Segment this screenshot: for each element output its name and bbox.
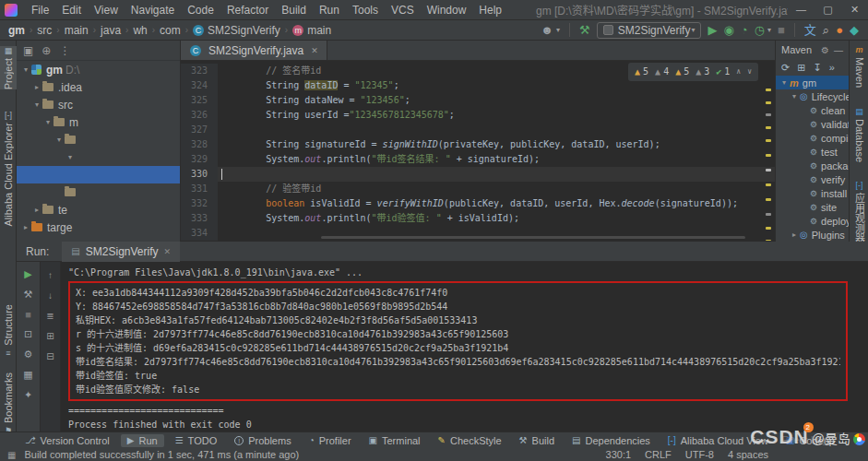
sidebar-tab-alibaba-cloud-explorer[interactable]: [-]Alibaba Cloud Explorer [0, 111, 17, 227]
code-line[interactable]: 329 System.out.println("带id签名结果: " + sig… [181, 152, 775, 167]
maven-tree-row[interactable]: ⚙test [776, 145, 849, 159]
sidebar-tab-database[interactable]: ▤Database [850, 107, 868, 162]
rerun-button[interactable]: ▶ [24, 268, 31, 280]
project-tree-row[interactable]: ▾ [17, 131, 180, 148]
breadcrumb-item-wh[interactable]: wh [132, 24, 148, 37]
inspection-indicator[interactable]: ✔1 [716, 65, 730, 79]
maven-tree-row[interactable]: ⚙deploy [776, 214, 849, 228]
clear-console-button[interactable]: ⊟ [46, 351, 54, 361]
close-tab-icon[interactable]: ✕ [164, 247, 172, 256]
stripe-mark[interactable] [766, 213, 771, 216]
breadcrumb-item-sm2signverify[interactable]: SM2SignVerify [207, 24, 281, 37]
user-avatar-icon[interactable]: ☻ [541, 20, 553, 41]
menu-navigate[interactable]: Navigate [125, 4, 181, 17]
toolwindow-button-dependencies[interactable]: ▤Dependencies [565, 434, 657, 447]
soft-wrap-button[interactable]: ≣ [46, 311, 54, 321]
project-tree-row[interactable]: ▸.idea [17, 78, 180, 96]
breadcrumb-item-main[interactable]: main [306, 24, 332, 37]
menu-window[interactable]: Window [421, 4, 473, 17]
maximize-button[interactable]: ▢ [814, 4, 841, 16]
stop-button[interactable]: ■ [778, 20, 785, 41]
breadcrumb-item-gm[interactable]: gm [7, 24, 26, 37]
yunxiao-icon[interactable]: ● [836, 20, 843, 41]
menu-code[interactable]: Code [181, 4, 220, 17]
inspection-indicator[interactable]: ▲5 [635, 65, 648, 79]
sidebar-tab-maven[interactable]: mMaven [850, 45, 868, 88]
stripe-mark[interactable] [766, 169, 771, 171]
gear-icon[interactable]: ⚙ [821, 45, 829, 55]
menu-build[interactable]: Build [275, 4, 313, 17]
menu-vcs[interactable]: VCS [385, 4, 421, 17]
maven-tree-row[interactable]: ▸◎Plugins [776, 228, 849, 242]
generate-sources-icon[interactable]: ⊞ [797, 62, 805, 74]
stripe-mark[interactable] [766, 113, 771, 116]
project-tree-row[interactable] [17, 166, 180, 183]
event-log-button[interactable]: Event Log [781, 434, 827, 445]
layout-button[interactable]: ▦ [23, 369, 32, 381]
project-tree-row[interactable]: ▸te [17, 201, 180, 219]
toolwindow-button-profiler[interactable]: ◔Profiler [303, 434, 358, 447]
run-tab[interactable]: ▤ SM2SignVerify ✕ [62, 242, 180, 262]
coverage-button[interactable]: ◔ [741, 20, 748, 41]
project-tree-row[interactable]: ▾src [17, 96, 180, 113]
maven-tree-row[interactable]: ⚙install [776, 186, 849, 200]
code-line[interactable]: 332 boolean isValidId = verifyWithID(pub… [181, 196, 775, 211]
breadcrumb-item-src[interactable]: src [36, 24, 53, 37]
code-line[interactable]: 331 // 验签带id [181, 182, 775, 196]
project-tree-row[interactable]: ▾ [17, 148, 180, 166]
gem-plugin-icon[interactable]: ◆ [850, 20, 859, 41]
breadcrumb-item-com[interactable]: com [159, 24, 182, 37]
more-icon[interactable]: » [829, 62, 835, 73]
download-sources-icon[interactable]: ↧ [813, 62, 821, 74]
minimize-button[interactable]: — [788, 4, 814, 16]
stop-button[interactable]: ■ [25, 309, 31, 320]
menu-tools[interactable]: Tools [346, 4, 385, 17]
indent-widget[interactable]: 4 spaces [728, 449, 768, 460]
maven-tree-row[interactable]: ⚙validate [776, 117, 849, 131]
code-area[interactable]: 323 // 签名带id324 String dataID = "12345";… [181, 61, 775, 241]
stripe-mark[interactable] [766, 240, 771, 241]
build-hammer-icon[interactable]: ⚒ [579, 20, 590, 41]
close-tab-icon[interactable]: ✕ [311, 46, 318, 55]
horizontal-scrollbar[interactable] [321, 236, 745, 239]
editor-tab[interactable]: C SM2SignVerify.java ✕ [181, 41, 327, 60]
menu-help[interactable]: Help [472, 4, 508, 17]
code-line[interactable]: 325 String dataNew = "123456"; [181, 93, 775, 108]
project-tree-row[interactable]: ▾gmD:\ [17, 61, 180, 78]
close-button[interactable]: ✕ [841, 4, 868, 16]
toolwindow-button-checkstyle[interactable]: ✎CheckStyle [432, 434, 508, 447]
stripe-mark[interactable] [766, 154, 771, 157]
inspection-widget[interactable]: ▲5▲4▲5▲3✔1∧∨ [628, 63, 758, 81]
translate-icon[interactable]: 文 [804, 20, 816, 41]
sidebar-tab-bookmarks[interactable]: Bookmarks⚑ [0, 372, 17, 435]
scroll-to-end-button[interactable]: ⊞ [46, 331, 54, 341]
project-tree-row[interactable] [17, 183, 180, 201]
pin-button[interactable]: ✦ [24, 389, 32, 401]
search-everywhere-icon[interactable]: ⌕ [823, 20, 829, 41]
menu-edit[interactable]: Edit [55, 4, 88, 17]
stripe-mark[interactable] [766, 227, 771, 230]
hide-panel-icon[interactable]: — [834, 45, 843, 55]
breadcrumb-item-main[interactable]: main [64, 24, 89, 37]
stripe-mark[interactable] [766, 89, 771, 91]
toolwindow-button-problems[interactable]: !Problems [228, 434, 297, 447]
maven-tree-row[interactable]: ⚙clean [776, 103, 849, 117]
debug-button[interactable]: ◉ [723, 20, 733, 41]
line-ending-widget[interactable]: CRLF [645, 449, 672, 460]
code-line[interactable]: 333 System.out.println("带id验签值: " + isVa… [181, 211, 775, 226]
sidebar-tab-structure[interactable]: Structure≡ [0, 304, 17, 358]
run-button[interactable]: ▶ [707, 20, 717, 41]
edit-configuration-button[interactable]: ⚒ [24, 289, 33, 301]
up-stacktrace-button[interactable]: ↑ [48, 270, 53, 280]
maven-tree-row[interactable]: ⚙verify [776, 172, 849, 186]
code-line[interactable]: 327 [181, 123, 775, 137]
menu-file[interactable]: File [25, 4, 55, 17]
menu-refactor[interactable]: Refactor [220, 4, 275, 17]
breadcrumb-item-java[interactable]: java [100, 24, 122, 37]
toolwindow-button-version-control[interactable]: ⎇Version Control [18, 434, 116, 447]
maven-tree-row[interactable]: ⚙package [776, 159, 849, 172]
sidebar-tab-应用观测器[interactable]: [-]应用观测器 [850, 181, 868, 243]
down-stacktrace-button[interactable]: ↓ [48, 290, 53, 301]
next-issue-icon[interactable]: ∨ [747, 65, 752, 79]
show-opened-file-icon[interactable]: ▣ [23, 44, 33, 57]
